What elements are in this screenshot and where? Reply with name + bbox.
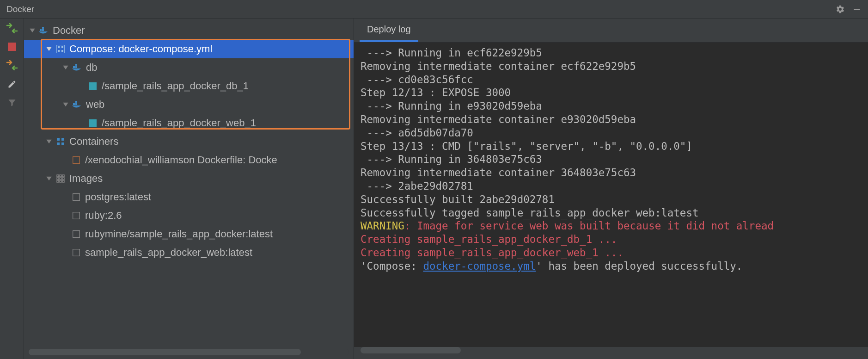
image-icon	[71, 193, 81, 201]
tree-label: web	[86, 99, 104, 111]
chevron-down-icon[interactable]	[29, 27, 36, 34]
tree-label: Docker	[53, 25, 85, 37]
log-line: Creating sample_rails_app_docker_db_1 ..…	[361, 233, 617, 245]
deploy-icon[interactable]	[6, 23, 18, 33]
chevron-down-icon[interactable]	[45, 138, 53, 145]
svg-rect-12	[75, 64, 77, 66]
svg-rect-11	[75, 66, 77, 68]
svg-rect-4	[42, 27, 44, 29]
svg-rect-9	[61, 50, 63, 52]
log-line: ---> Running in ecf622e929b5	[361, 47, 542, 59]
tree-label: /sample_rails_app_docker_web_1	[102, 117, 256, 129]
tree-label: /xenodochial_williamson Dockerfile: Dock…	[85, 154, 277, 166]
tree-node-container-db[interactable]: /sample_rails_app_docker_db_1	[24, 77, 354, 95]
svg-rect-30	[60, 180, 61, 182]
tree-label: Compose: docker-compose.yml	[69, 43, 212, 55]
filter-icon[interactable]	[7, 98, 17, 107]
svg-rect-25	[62, 175, 64, 177]
chevron-down-icon[interactable]	[62, 64, 69, 71]
edit-icon[interactable]	[7, 80, 17, 89]
tree-label: sample_rails_app_docker_web:latest	[85, 247, 252, 259]
image-icon	[71, 212, 81, 219]
redeploy-icon[interactable]	[6, 60, 18, 70]
images-icon	[55, 174, 66, 183]
log-line: Removing intermediate container ecf622e9…	[361, 60, 636, 72]
tree-node-container-web[interactable]: /sample_rails_app_docker_web_1	[24, 114, 354, 132]
tree-node-service-db[interactable]: db	[24, 58, 354, 77]
compose-icon	[55, 45, 66, 53]
tree-node-image[interactable]: sample_rails_app_docker_web:latest	[24, 243, 354, 262]
docker-tree[interactable]: Docker Compose: docker-compose.yml db	[24, 19, 354, 346]
svg-rect-2	[40, 29, 42, 31]
svg-rect-1	[8, 43, 16, 51]
svg-rect-24	[60, 175, 61, 177]
svg-rect-3	[42, 29, 44, 31]
tree-label: Images	[69, 173, 103, 185]
svg-rect-0	[854, 9, 860, 10]
log-line: ---> a6d5db07da70	[361, 127, 473, 139]
svg-rect-10	[73, 66, 75, 68]
gear-icon[interactable]	[836, 5, 845, 14]
svg-rect-34	[73, 231, 80, 238]
log-line: Step 13/13 : CMD ["rails", "server", "-b…	[361, 140, 692, 152]
minimize-icon[interactable]	[852, 5, 862, 14]
docker-icon	[39, 26, 49, 35]
tree-node-service-web[interactable]: web	[24, 95, 354, 114]
tree-node-container-std[interactable]: /xenodochial_williamson Dockerfile: Dock…	[24, 151, 354, 169]
panel-title: Docker	[6, 4, 34, 14]
tree-label: postgres:latest	[85, 191, 151, 203]
tree-h-scrollbar[interactable]	[29, 349, 349, 355]
log-panel: Deploy log ---> Running in ecf622e929b5 …	[354, 19, 868, 359]
log-tabs: Deploy log	[354, 19, 868, 43]
svg-rect-35	[73, 249, 80, 256]
tree-node-image[interactable]: ruby:2.6	[24, 206, 354, 225]
log-line: Step 12/13 : EXPOSE 3000	[361, 87, 511, 99]
log-line: ---> 2abe29d02781	[361, 180, 473, 192]
svg-rect-33	[73, 212, 80, 219]
svg-rect-17	[89, 119, 97, 127]
chevron-down-icon[interactable]	[45, 45, 53, 53]
svg-rect-5	[56, 45, 65, 53]
svg-rect-27	[60, 178, 61, 180]
image-icon	[71, 249, 81, 256]
stop-icon[interactable]	[8, 43, 16, 51]
tree-node-compose[interactable]: Compose: docker-compose.yml	[24, 40, 354, 58]
log-line: Creating sample_rails_app_docker_web_1 .…	[361, 247, 623, 259]
tree-node-containers[interactable]: Containers	[24, 132, 354, 151]
tree-node-images[interactable]: Images	[24, 169, 354, 188]
chevron-down-icon[interactable]	[45, 175, 53, 182]
tab-deploy-log[interactable]: Deploy log	[360, 19, 418, 42]
chevron-down-icon[interactable]	[62, 101, 69, 108]
tree-node-image[interactable]: postgres:latest	[24, 188, 354, 206]
svg-rect-14	[73, 103, 75, 105]
left-toolbar	[0, 19, 24, 359]
tree-node-image[interactable]: rubymine/sample_rails_app_docker:latest	[24, 225, 354, 243]
svg-rect-28	[62, 178, 64, 180]
log-line: Removing intermediate container 364803e7…	[361, 167, 636, 179]
svg-rect-21	[61, 142, 64, 145]
tree-label: Containers	[69, 136, 118, 148]
tree-node-docker-root[interactable]: Docker	[24, 21, 354, 40]
log-line: ---> Running in 364803e75c63	[361, 153, 542, 165]
svg-rect-32	[73, 194, 80, 201]
tree-label: /sample_rails_app_docker_db_1	[102, 80, 249, 92]
svg-rect-29	[57, 180, 59, 182]
svg-rect-6	[58, 46, 60, 48]
log-line: ---> Running in e93020d59eba	[361, 100, 542, 112]
svg-rect-22	[73, 157, 80, 164]
log-warning: : Image for service web was built becaus…	[404, 220, 774, 232]
docker-icon	[72, 63, 82, 72]
log-warning-prefix: WARNING	[361, 220, 404, 232]
svg-rect-18	[57, 138, 60, 141]
log-line: Successfully tagged sample_rails_app_doc…	[361, 207, 699, 219]
svg-rect-26	[57, 178, 59, 180]
log-h-scrollbar[interactable]	[361, 347, 862, 355]
log-line: ' has been deployed successfully.	[536, 260, 742, 272]
container-stopped-icon	[71, 156, 81, 164]
log-line: Successfully built 2abe29d02781	[361, 193, 555, 205]
tree-label: ruby:2.6	[85, 210, 122, 222]
deploy-log-output[interactable]: ---> Running in ecf622e929b5 Removing in…	[354, 43, 868, 347]
log-link[interactable]: docker-compose.yml	[423, 260, 536, 272]
tree-label: rubymine/sample_rails_app_docker:latest	[85, 228, 273, 240]
log-line: ---> cd0e83c56fcc	[361, 74, 473, 86]
